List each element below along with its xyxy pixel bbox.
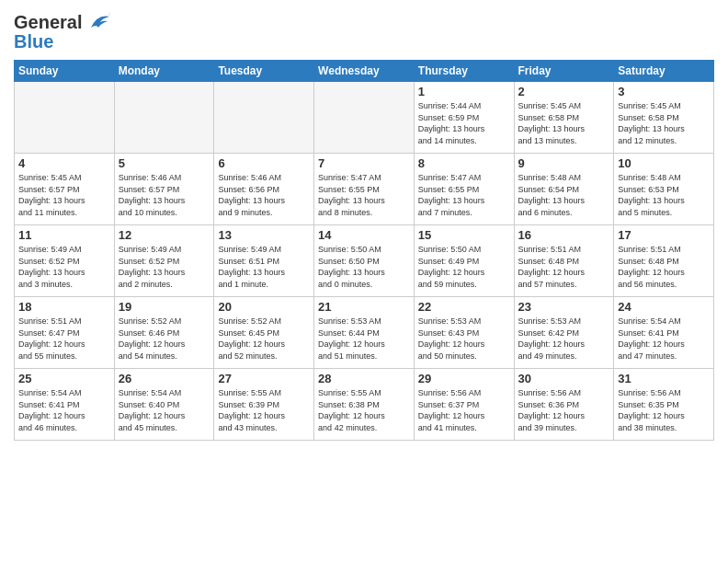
day-info: Sunrise: 5:49 AM Sunset: 6:52 PM Dayligh… (18, 244, 110, 290)
calendar-cell: 1Sunrise: 5:44 AM Sunset: 6:59 PM Daylig… (414, 82, 514, 154)
day-info: Sunrise: 5:48 AM Sunset: 6:53 PM Dayligh… (618, 172, 710, 218)
day-info: Sunrise: 5:56 AM Sunset: 6:36 PM Dayligh… (518, 387, 610, 433)
calendar-cell: 30Sunrise: 5:56 AM Sunset: 6:36 PM Dayli… (514, 369, 614, 441)
day-number: 3 (618, 85, 710, 98)
day-info: Sunrise: 5:47 AM Sunset: 6:55 PM Dayligh… (418, 172, 510, 218)
day-number: 22 (418, 300, 510, 314)
day-info: Sunrise: 5:48 AM Sunset: 6:54 PM Dayligh… (518, 172, 610, 218)
day-info: Sunrise: 5:55 AM Sunset: 6:39 PM Dayligh… (218, 387, 310, 433)
day-number: 1 (418, 85, 510, 98)
header-sunday: Sunday (15, 61, 115, 82)
header-tuesday: Tuesday (214, 61, 314, 82)
calendar-cell (114, 82, 214, 154)
logo-blue: Blue (14, 31, 53, 52)
day-number: 26 (119, 372, 210, 385)
day-number: 10 (618, 156, 710, 170)
day-info: Sunrise: 5:46 AM Sunset: 6:56 PM Dayligh… (218, 172, 310, 218)
calendar-cell: 16Sunrise: 5:51 AM Sunset: 6:48 PM Dayli… (514, 225, 614, 297)
calendar-cell: 14Sunrise: 5:50 AM Sunset: 6:50 PM Dayli… (314, 225, 415, 297)
day-info: Sunrise: 5:52 AM Sunset: 6:46 PM Dayligh… (119, 316, 210, 362)
day-number: 19 (119, 300, 210, 314)
day-number: 9 (518, 156, 610, 170)
header-saturday: Saturday (614, 61, 714, 82)
day-number: 13 (218, 228, 310, 242)
calendar-cell: 7Sunrise: 5:47 AM Sunset: 6:55 PM Daylig… (314, 154, 415, 225)
calendar-header-row: SundayMondayTuesdayWednesdayThursdayFrid… (15, 61, 714, 82)
calendar-week-3: 11Sunrise: 5:49 AM Sunset: 6:52 PM Dayli… (15, 225, 714, 297)
header-monday: Monday (114, 61, 214, 82)
calendar-cell: 24Sunrise: 5:54 AM Sunset: 6:41 PM Dayli… (614, 297, 714, 369)
day-number: 25 (18, 372, 110, 385)
calendar-cell: 5Sunrise: 5:46 AM Sunset: 6:57 PM Daylig… (114, 154, 214, 225)
calendar-cell: 31Sunrise: 5:56 AM Sunset: 6:35 PM Dayli… (614, 369, 714, 441)
day-number: 7 (318, 156, 410, 170)
day-info: Sunrise: 5:50 AM Sunset: 6:50 PM Dayligh… (318, 244, 410, 290)
day-number: 21 (318, 300, 410, 314)
day-number: 5 (119, 156, 210, 170)
day-number: 14 (318, 228, 410, 242)
calendar-cell: 25Sunrise: 5:54 AM Sunset: 6:41 PM Dayli… (15, 369, 115, 441)
day-info: Sunrise: 5:51 AM Sunset: 6:48 PM Dayligh… (518, 244, 610, 290)
header: General Blue (14, 9, 714, 52)
day-number: 27 (218, 372, 310, 385)
calendar-table: SundayMondayTuesdayWednesdayThursdayFrid… (14, 60, 714, 441)
day-info: Sunrise: 5:54 AM Sunset: 6:41 PM Dayligh… (18, 387, 110, 433)
calendar-cell (214, 82, 314, 154)
day-number: 8 (418, 156, 510, 170)
day-number: 31 (618, 372, 710, 385)
calendar-cell: 3Sunrise: 5:45 AM Sunset: 6:58 PM Daylig… (614, 82, 714, 154)
calendar-cell: 28Sunrise: 5:55 AM Sunset: 6:38 PM Dayli… (314, 369, 415, 441)
calendar-cell: 9Sunrise: 5:48 AM Sunset: 6:54 PM Daylig… (514, 154, 614, 225)
day-number: 30 (518, 372, 610, 385)
logo-bird-icon (84, 9, 111, 35)
day-number: 23 (518, 300, 610, 314)
logo-general: General (14, 12, 82, 33)
day-info: Sunrise: 5:51 AM Sunset: 6:47 PM Dayligh… (18, 316, 110, 362)
day-number: 16 (518, 228, 610, 242)
day-info: Sunrise: 5:55 AM Sunset: 6:38 PM Dayligh… (318, 387, 410, 433)
day-info: Sunrise: 5:52 AM Sunset: 6:45 PM Dayligh… (218, 316, 310, 362)
calendar-cell: 11Sunrise: 5:49 AM Sunset: 6:52 PM Dayli… (15, 225, 115, 297)
day-number: 29 (418, 372, 510, 385)
day-info: Sunrise: 5:44 AM Sunset: 6:59 PM Dayligh… (418, 100, 510, 146)
day-info: Sunrise: 5:49 AM Sunset: 6:52 PM Dayligh… (119, 244, 210, 290)
day-number: 2 (518, 85, 610, 98)
day-number: 4 (18, 156, 110, 170)
day-number: 17 (618, 228, 710, 242)
day-info: Sunrise: 5:51 AM Sunset: 6:48 PM Dayligh… (618, 244, 710, 290)
day-number: 6 (218, 156, 310, 170)
logo: General Blue (14, 9, 111, 52)
calendar-cell: 2Sunrise: 5:45 AM Sunset: 6:58 PM Daylig… (514, 82, 614, 154)
calendar-cell: 15Sunrise: 5:50 AM Sunset: 6:49 PM Dayli… (414, 225, 514, 297)
calendar-week-1: 1Sunrise: 5:44 AM Sunset: 6:59 PM Daylig… (15, 82, 714, 154)
calendar-cell: 23Sunrise: 5:53 AM Sunset: 6:42 PM Dayli… (514, 297, 614, 369)
day-info: Sunrise: 5:56 AM Sunset: 6:35 PM Dayligh… (618, 387, 710, 433)
day-info: Sunrise: 5:45 AM Sunset: 6:57 PM Dayligh… (18, 172, 110, 218)
day-info: Sunrise: 5:53 AM Sunset: 6:43 PM Dayligh… (418, 316, 510, 362)
day-number: 18 (18, 300, 110, 314)
calendar-cell: 18Sunrise: 5:51 AM Sunset: 6:47 PM Dayli… (15, 297, 115, 369)
calendar-cell: 10Sunrise: 5:48 AM Sunset: 6:53 PM Dayli… (614, 154, 714, 225)
header-thursday: Thursday (414, 61, 514, 82)
header-wednesday: Wednesday (314, 61, 415, 82)
calendar-cell: 27Sunrise: 5:55 AM Sunset: 6:39 PM Dayli… (214, 369, 314, 441)
day-number: 11 (18, 228, 110, 242)
day-info: Sunrise: 5:47 AM Sunset: 6:55 PM Dayligh… (318, 172, 410, 218)
calendar-cell: 6Sunrise: 5:46 AM Sunset: 6:56 PM Daylig… (214, 154, 314, 225)
header-friday: Friday (514, 61, 614, 82)
calendar-cell: 13Sunrise: 5:49 AM Sunset: 6:51 PM Dayli… (214, 225, 314, 297)
day-number: 20 (218, 300, 310, 314)
calendar-cell: 22Sunrise: 5:53 AM Sunset: 6:43 PM Dayli… (414, 297, 514, 369)
calendar-week-4: 18Sunrise: 5:51 AM Sunset: 6:47 PM Dayli… (15, 297, 714, 369)
day-info: Sunrise: 5:53 AM Sunset: 6:44 PM Dayligh… (318, 316, 410, 362)
day-number: 12 (119, 228, 210, 242)
day-info: Sunrise: 5:46 AM Sunset: 6:57 PM Dayligh… (119, 172, 210, 218)
day-info: Sunrise: 5:54 AM Sunset: 6:40 PM Dayligh… (119, 387, 210, 433)
day-info: Sunrise: 5:54 AM Sunset: 6:41 PM Dayligh… (618, 316, 710, 362)
calendar-cell (314, 82, 415, 154)
calendar-cell: 21Sunrise: 5:53 AM Sunset: 6:44 PM Dayli… (314, 297, 415, 369)
day-number: 24 (618, 300, 710, 314)
day-info: Sunrise: 5:45 AM Sunset: 6:58 PM Dayligh… (618, 100, 710, 146)
day-info: Sunrise: 5:49 AM Sunset: 6:51 PM Dayligh… (218, 244, 310, 290)
calendar-cell: 20Sunrise: 5:52 AM Sunset: 6:45 PM Dayli… (214, 297, 314, 369)
